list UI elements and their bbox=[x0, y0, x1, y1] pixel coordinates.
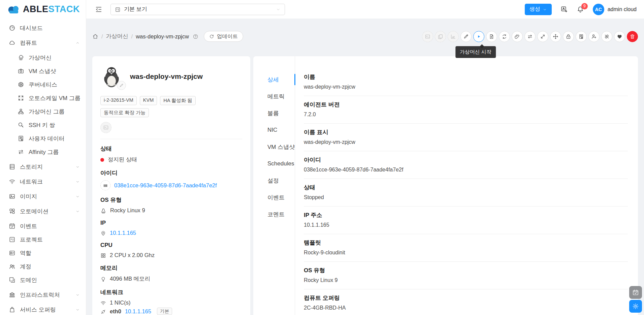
reload-icon bbox=[209, 33, 214, 39]
action-metrics-button[interactable] bbox=[448, 31, 459, 42]
chevron-down-icon bbox=[543, 6, 547, 12]
refresh-button[interactable]: 업데이트 bbox=[204, 31, 243, 42]
cpu-section: CPU 2 CPU x 2.00 Ghz bbox=[100, 242, 242, 258]
sidebar-item-쿠버네티스[interactable]: 쿠버네티스 bbox=[0, 78, 86, 91]
avatar[interactable]: AC bbox=[593, 4, 604, 15]
sidebar-item-사용자-데이터[interactable]: 사용자 데이터 bbox=[0, 132, 86, 145]
view-selector[interactable]: 기본 보기 bbox=[110, 4, 285, 15]
tab-볼륨[interactable]: 볼륨 bbox=[253, 105, 295, 122]
code-icon bbox=[103, 125, 109, 130]
sidebar-item-affinity-그룹[interactable]: Affinity 그룹 bbox=[0, 145, 86, 159]
home-icon[interactable] bbox=[92, 33, 98, 39]
field-label: 아이디 bbox=[304, 156, 628, 164]
user-name[interactable]: admin cloud bbox=[608, 6, 637, 12]
tab-이벤트[interactable]: 이벤트 bbox=[253, 189, 295, 206]
sidebar-item-label: 이벤트 bbox=[20, 222, 37, 230]
sidebar-item-label: 대시보드 bbox=[20, 24, 43, 32]
sidebar-item-스토리지[interactable]: 스토리지 bbox=[0, 160, 86, 174]
kubernetes-icon bbox=[18, 81, 24, 88]
action-start-vm-button[interactable]: 가상머신 시작 bbox=[473, 31, 484, 42]
detail-field-row: OS 유형Rocky Linux 9 bbox=[304, 262, 628, 289]
sidebar-item-vm-스냅샷[interactable]: VM 스냅샷 bbox=[0, 64, 86, 78]
console-button[interactable] bbox=[100, 122, 111, 133]
sidebar-item-컴퓨트[interactable]: 컴퓨트 bbox=[0, 36, 86, 50]
copy-icon bbox=[438, 34, 443, 39]
ip-link[interactable]: 10.1.1.165 bbox=[110, 230, 136, 236]
action-assign-certificate-button[interactable] bbox=[576, 31, 587, 42]
tab-설정[interactable]: 설정 bbox=[253, 172, 295, 189]
tab-메트릭[interactable]: 메트릭 bbox=[253, 88, 295, 105]
sidebar-item-오토메이션[interactable]: 오토메이션 bbox=[0, 204, 86, 218]
action-delete-button[interactable] bbox=[627, 31, 638, 42]
tooltip: 가상머신 시작 bbox=[455, 46, 496, 58]
sidebar-item-가상머신[interactable]: 가상머신 bbox=[0, 51, 86, 64]
event-calendar-fab[interactable] bbox=[629, 286, 642, 299]
detail-field-row: 아이디038e1cce-963e-4059-87d6-7aade4fa7e2f bbox=[304, 151, 628, 179]
event-icon bbox=[632, 289, 639, 296]
sidebar-item-프로젝트[interactable]: 프로젝트 bbox=[0, 233, 86, 246]
action-migrate-button[interactable] bbox=[550, 31, 561, 42]
action-swap-offering-button[interactable] bbox=[524, 31, 536, 42]
sidebar-item-이미지[interactable]: 이미지 bbox=[0, 190, 86, 203]
chevron-down-icon bbox=[75, 194, 80, 199]
action-favorite-button[interactable] bbox=[614, 31, 625, 42]
breadcrumb-separator: / bbox=[131, 33, 133, 40]
action-sync-button[interactable] bbox=[499, 31, 510, 42]
tooltip-arrow bbox=[480, 44, 484, 49]
sidebar-item-오토스케일-vm-그룹[interactable]: 오토스케일 VM 그룹 bbox=[0, 91, 86, 105]
uuid-section: 아이디 038e1cce-963e-4059-87d6-7aade4fa7e2f bbox=[100, 169, 242, 190]
action-console-button[interactable] bbox=[422, 31, 433, 42]
sidebar: ABLESTACK 대시보드컴퓨트가상머신VM 스냅샷쿠버네티스오토스케일 VM… bbox=[0, 0, 86, 315]
sidebar-item-가상머신-그룹[interactable]: 가상머신 그룹 bbox=[0, 105, 86, 118]
delete-icon bbox=[630, 34, 635, 39]
breadcrumb-section[interactable]: 가상머신 bbox=[106, 33, 128, 40]
field-value: was-deploy-vm-zpjcw bbox=[304, 139, 628, 145]
vm-group-icon bbox=[18, 108, 24, 115]
tab-schedules[interactable]: Schedules bbox=[253, 155, 295, 172]
translate-icon bbox=[560, 6, 568, 13]
action-reinstall-button[interactable] bbox=[486, 31, 497, 42]
tab-코멘트[interactable]: 코멘트 bbox=[253, 206, 295, 223]
brand-logo[interactable]: ABLESTACK bbox=[0, 0, 86, 19]
cpu-label: CPU bbox=[100, 242, 242, 249]
create-button[interactable]: 생성 bbox=[525, 4, 552, 15]
action-assign-user-button[interactable] bbox=[588, 31, 600, 42]
sidebar-item-ssh-키-쌍[interactable]: SSH 키 쌍 bbox=[0, 118, 86, 132]
vm-icon bbox=[18, 54, 24, 61]
bulb-icon bbox=[100, 276, 106, 282]
detail-tabs: 상세메트릭볼륨NICVM 스냅샷Schedules설정이벤트코멘트 bbox=[253, 56, 295, 315]
sidebar-item-이벤트[interactable]: 이벤트 bbox=[0, 219, 86, 233]
tab-상세[interactable]: 상세 bbox=[253, 71, 295, 88]
action-attach-iso-button[interactable] bbox=[512, 31, 523, 42]
project-icon bbox=[115, 6, 121, 12]
sidebar-item-대시보드[interactable]: 대시보드 bbox=[0, 21, 86, 35]
sidebar-item-서비스-오퍼링[interactable]: 서비스 오퍼링 bbox=[0, 303, 86, 315]
uuid-link[interactable]: 038e1cce-963e-4059-87d6-7aade4fa7e2f bbox=[114, 182, 217, 189]
tab-nic[interactable]: NIC bbox=[253, 122, 295, 138]
chevron-down-icon bbox=[75, 209, 80, 214]
action-edit-button[interactable] bbox=[460, 31, 472, 42]
edit-icon[interactable] bbox=[117, 81, 126, 90]
action-scale-button[interactable] bbox=[537, 31, 548, 42]
nic-ip-link[interactable]: 10.1.1.165 bbox=[125, 308, 151, 315]
bell-icon[interactable]: 9 bbox=[577, 6, 584, 13]
tab-vm-스냅샷[interactable]: VM 스냅샷 bbox=[253, 138, 295, 155]
action-copy-button[interactable] bbox=[435, 31, 446, 42]
menu-fold-icon[interactable] bbox=[95, 6, 102, 13]
offering-icon bbox=[9, 306, 15, 313]
sidebar-item-label: 도메인 bbox=[20, 276, 37, 284]
vm-tag: KVM bbox=[140, 96, 157, 105]
sidebar-item-네트워크[interactable]: 네트워크 bbox=[0, 175, 86, 188]
action-reset-password-button[interactable] bbox=[563, 31, 574, 42]
infra-icon bbox=[9, 291, 15, 298]
settings-fab[interactable] bbox=[629, 300, 642, 313]
action-detach-button[interactable] bbox=[601, 31, 612, 42]
nic-name: eth0 bbox=[110, 308, 121, 315]
sidebar-item-도메인[interactable]: 도메인 bbox=[0, 273, 86, 287]
sidebar-item-역할[interactable]: 역할 bbox=[0, 246, 86, 260]
sidebar-item-계정[interactable]: 계정 bbox=[0, 260, 86, 273]
translate-icon[interactable] bbox=[560, 6, 568, 13]
field-value: was-deploy-vm-zpjcw bbox=[304, 84, 628, 90]
sidebar-item-인프라스트럭처[interactable]: 인프라스트럭처 bbox=[0, 288, 86, 302]
question-circle-icon[interactable] bbox=[193, 34, 198, 39]
